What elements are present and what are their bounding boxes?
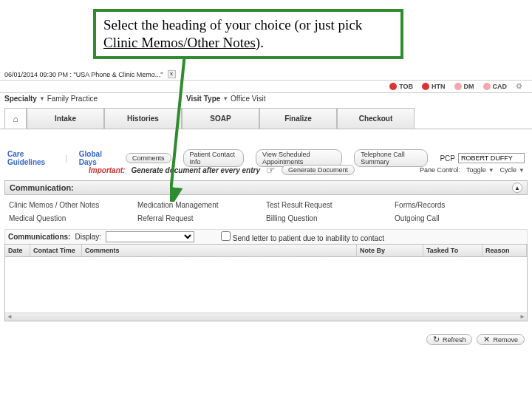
grid-body[interactable] [5,257,527,313]
tab-intake[interactable]: Intake [27,108,104,129]
document-tab[interactable]: 06/01/2014 09:30 PM : "USA Phone & Clini… [4,70,176,78]
refresh-icon: ↻ [433,335,440,344]
separator: | [65,154,67,163]
heading-outgoing[interactable]: Outgoing Call [395,214,523,222]
toggle-button[interactable]: Toggle ▼ [466,166,494,174]
status-bar: TOB HTN DM CAD ⚙ [0,80,532,93]
display-select[interactable] [106,231,194,242]
refresh-button[interactable]: ↻Refresh [426,334,473,345]
chevron-down-icon: ▼ [519,167,525,174]
heading-referral[interactable]: Referral Request [137,214,266,222]
instruction-callout: Select the heading of your choice (or ju… [93,9,403,59]
heading-test-result[interactable]: Test Result Request [266,201,395,209]
send-letter-checkbox-input[interactable] [221,231,231,241]
cycle-button[interactable]: Cycle ▼ [500,166,525,174]
col-note-by[interactable]: Note By [357,245,423,256]
pointing-hand-icon: ☞ [266,164,276,176]
heading-medical-question[interactable]: Medical Question [9,214,137,222]
visit-type-value: Office Visit [231,95,265,103]
tab-finalize[interactable]: Finalize [259,108,337,129]
chevron-down-icon: ▼ [488,167,494,174]
care-guidelines-link[interactable]: Care Guidelines [7,150,53,166]
heading-row: Medical Question Referral Request Billin… [9,214,523,222]
heading-billing[interactable]: Billing Question [266,214,395,222]
col-date[interactable]: Date [5,245,30,256]
communication-section-header: Communication: ▲ [4,180,528,195]
heading-row: Clinic Memos / Other Notes Medication Ma… [9,201,523,209]
status-icon [483,83,491,90]
pane-control: Pane Control: Toggle ▼ Cycle ▼ [420,166,525,174]
communication-title: Communication: [10,183,74,192]
communications-label: Communications: [8,233,70,241]
col-comments[interactable]: Comments [82,245,357,256]
specialty-value: Family Practice [47,95,98,103]
footer-buttons: ↻Refresh ✕Remove [426,334,525,345]
pcp-label: PCP [440,154,455,163]
communications-grid: Date Contact Time Comments Note By Taske… [4,244,528,321]
status-tob[interactable]: TOB [389,83,413,90]
communications-filter-row: Communications: Display: Send letter to … [4,229,528,245]
specialty-dropdown[interactable]: Specialty ▼ [4,95,45,103]
alert-icon [389,83,397,90]
alert-icon [422,83,429,90]
generate-document-button[interactable]: Generate Document [282,165,355,175]
callout-text-post: ). [256,35,264,50]
home-icon: ⌂ [13,114,18,124]
status-cad[interactable]: CAD [483,83,508,90]
arrow-annotation [170,54,229,202]
heading-forms[interactable]: Forms/Records [395,201,523,209]
tab-checkout[interactable]: Checkout [337,108,415,129]
document-tab-label: 06/01/2014 09:30 PM : "USA Phone & Clini… [4,71,163,78]
gear-icon[interactable]: ⚙ [516,82,525,91]
chevron-down-icon: ▼ [39,95,45,102]
comments-button[interactable]: Comments [126,153,171,163]
svg-line-0 [170,54,185,199]
important-row: Important: Generate document after every… [89,164,525,176]
status-dm[interactable]: DM [454,83,474,90]
home-tab[interactable]: ⌂ [4,108,27,129]
status-icon [454,83,462,90]
pane-control-label: Pane Control: [420,166,460,174]
callout-text-pre: Select the heading of your choice (or ju… [103,17,362,33]
horizontal-scrollbar[interactable] [5,313,527,321]
callout-highlight: Clinic Memos/Other Notes [103,35,256,50]
pcp-field[interactable] [458,153,525,163]
collapse-button[interactable]: ▲ [512,183,522,193]
important-label: Important: [89,166,125,174]
col-reason[interactable]: Reason [482,245,527,256]
send-letter-checkbox[interactable]: Send letter to patient due to inability … [221,231,384,242]
remove-button[interactable]: ✕Remove [477,334,525,345]
remove-icon: ✕ [483,335,490,344]
col-tasked-to[interactable]: Tasked To [423,245,482,256]
heading-clinic-memos[interactable]: Clinic Memos / Other Notes [9,201,137,209]
heading-medication[interactable]: Medication Management [137,201,266,209]
display-label: Display: [75,233,101,241]
col-contact-time[interactable]: Contact Time [30,245,82,256]
grid-header: Date Contact Time Comments Note By Taske… [5,245,527,257]
status-htn[interactable]: HTN [422,83,446,90]
